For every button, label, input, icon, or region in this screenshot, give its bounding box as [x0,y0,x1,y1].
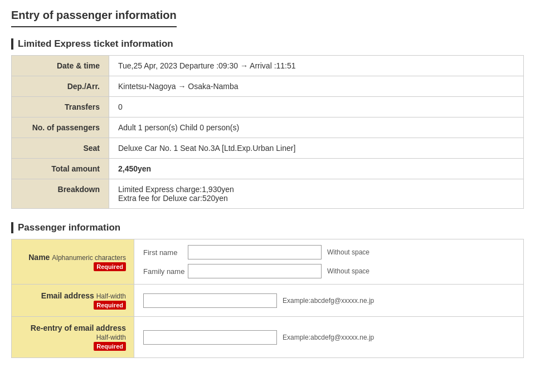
email-field-row: Example:abcdefg@xxxxx.ne.jp [143,293,514,308]
ticket-row: Transfers0 [12,97,524,117]
ticket-row-value: Adult 1 person(s) Child 0 person(s) [109,117,524,138]
ticket-row-value: Tue,25 Apr, 2023 Departure :09:30 → Arri… [109,56,524,76]
ticket-row-label: No. of passengers [12,117,109,138]
ticket-row-label: Date & time [12,56,109,76]
reenter-email-value-cell: Example:abcdefg@xxxxx.ne.jp [134,317,524,358]
email-subtext: Half-width [96,292,126,300]
passenger-name-row: Name Alphanumeric characters Required Fi… [12,239,524,285]
ticket-row: SeatDeluxe Car No. 1 Seat No.3A [Ltd.Exp… [12,138,524,159]
ticket-row-label: Dep./Arr. [12,76,109,97]
page-title: Entry of passenger information [11,9,177,27]
first-name-row: First name Without space [143,245,514,259]
family-name-note: Without space [327,267,369,275]
reenter-email-note: Example:abcdefg@xxxxx.ne.jp [283,334,374,341]
ticket-row-label: Breakdown [12,179,109,209]
name-label-cell: Name Alphanumeric characters Required [12,239,134,285]
ticket-row-value: Kintetsu-Nagoya → Osaka-Namba [109,76,524,97]
family-name-input[interactable] [188,264,322,278]
ticket-row-label: Transfers [12,97,109,117]
reenter-email-required-badge: Required [94,342,126,351]
reenter-email-label: Re-entry of email address [31,324,126,332]
name-label: Name [28,253,50,262]
ticket-row-value: 2,450yen [109,159,524,179]
ticket-section-header: Limited Express ticket information [11,38,524,50]
email-input[interactable] [143,293,277,308]
reenter-email-label-cell: Re-entry of email address Half-width Req… [12,317,134,358]
ticket-row-value: Limited Express charge:1,930yenExtra fee… [109,179,524,209]
passenger-info-table: Name Alphanumeric characters Required Fi… [11,239,524,358]
family-name-row: Family name Without space [143,264,514,278]
name-required-badge: Required [94,262,126,271]
email-label-cell: Email address Half-width Required [12,285,134,317]
email-label: Email address [41,291,94,300]
passenger-reenter-email-row: Re-entry of email address Half-width Req… [12,317,524,358]
name-value-cell: First name Without space Family name Wit… [134,239,524,285]
first-name-note: Without space [327,248,369,256]
ticket-row-label: Seat [12,138,109,159]
email-required-badge: Required [94,301,126,310]
email-note: Example:abcdefg@xxxxx.ne.jp [283,297,374,305]
ticket-row: No. of passengersAdult 1 person(s) Child… [12,117,524,138]
email-value-cell: Example:abcdefg@xxxxx.ne.jp [134,285,524,317]
name-subtext: Alphanumeric characters [52,254,126,262]
reenter-email-field-row: Example:abcdefg@xxxxx.ne.jp [143,330,514,345]
first-name-label: First name [143,248,188,257]
passenger-section-header: Passenger information [11,222,524,233]
reenter-email-input[interactable] [143,330,277,345]
ticket-row-value: 0 [109,97,524,117]
ticket-row: Date & timeTue,25 Apr, 2023 Departure :0… [12,56,524,76]
ticket-row: Total amount2,450yen [12,159,524,179]
ticket-row: BreakdownLimited Express charge:1,930yen… [12,179,524,209]
first-name-input[interactable] [188,245,322,259]
passenger-email-row: Email address Half-width Required Exampl… [12,285,524,317]
ticket-row-value: Deluxe Car No. 1 Seat No.3A [Ltd.Exp.Urb… [109,138,524,159]
family-name-label: Family name [143,267,188,276]
ticket-info-table: Date & timeTue,25 Apr, 2023 Departure :0… [11,55,524,209]
reenter-email-subtext: Half-width [96,334,126,341]
ticket-row: Dep./Arr.Kintetsu-Nagoya → Osaka-Namba [12,76,524,97]
ticket-row-label: Total amount [12,159,109,179]
